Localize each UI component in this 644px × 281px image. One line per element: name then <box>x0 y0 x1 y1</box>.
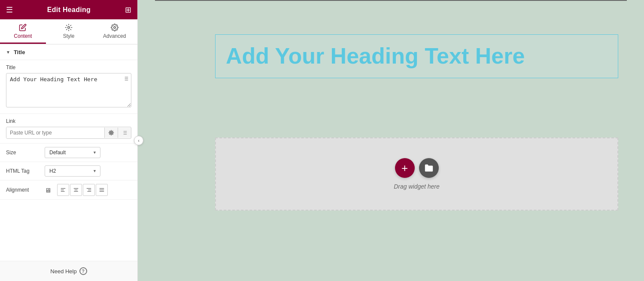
link-settings-icon[interactable] <box>104 128 118 138</box>
panel-tabs: Content Style Advanced <box>0 19 137 45</box>
align-justify-button[interactable] <box>96 184 108 196</box>
panel-footer: Need Help ? <box>0 261 137 281</box>
folder-icon <box>424 163 434 173</box>
alignment-buttons <box>57 184 108 196</box>
tab-content[interactable]: Content <box>0 19 46 44</box>
tab-advanced-label: Advanced <box>103 33 126 39</box>
canvas: Add Your Heading Text Here + Drag widget… <box>138 0 644 281</box>
folder-widget-button[interactable] <box>419 158 439 178</box>
menu-icon[interactable]: ☰ <box>6 5 13 15</box>
collapse-handle[interactable]: ‹ <box>134 136 143 145</box>
title-textarea[interactable]: Add Your Heading Text Here <box>6 73 131 107</box>
section-title: Title <box>14 49 25 55</box>
panel-header: ☰ Edit Heading ⊞ <box>0 0 137 19</box>
link-input[interactable] <box>6 127 104 138</box>
link-dynamic-icon[interactable] <box>118 128 131 138</box>
style-icon <box>65 24 73 31</box>
drag-buttons: + <box>395 158 439 178</box>
svg-point-1 <box>113 27 115 29</box>
align-right-button[interactable] <box>83 184 95 196</box>
heading-text: Add Your Heading Text Here <box>226 43 608 69</box>
help-icon[interactable]: ? <box>79 267 87 275</box>
align-justify-icon <box>99 187 105 193</box>
link-field-row: Link <box>0 114 137 144</box>
tab-advanced[interactable]: Advanced <box>91 19 137 44</box>
link-input-wrapper <box>6 127 131 139</box>
canvas-top-line <box>155 0 627 1</box>
align-left-icon <box>60 187 66 193</box>
html-tag-label: HTML Tag <box>6 168 40 174</box>
drag-widget-area[interactable]: + Drag widget here <box>215 137 618 211</box>
size-field-row: Size Default Small Medium Large XL XXL <box>0 144 137 162</box>
link-label: Link <box>6 118 131 124</box>
panel-title: Edit Heading <box>47 6 91 14</box>
tab-content-label: Content <box>14 33 32 39</box>
html-tag-select[interactable]: H1 H2 H3 H4 H5 H6 div span p <box>45 165 100 177</box>
grid-icon[interactable]: ⊞ <box>125 5 131 15</box>
title-label: Title <box>6 64 131 70</box>
title-field-row: Title Add Your Heading Text Here <box>0 60 137 114</box>
need-help-label: Need Help <box>50 268 76 275</box>
size-label: Size <box>6 150 40 156</box>
size-select[interactable]: Default Small Medium Large XL XXL <box>45 147 100 158</box>
pencil-icon <box>19 24 27 31</box>
monitor-icon: 🖥 <box>45 186 51 194</box>
html-tag-select-wrapper: H1 H2 H3 H4 H5 H6 div span p <box>45 165 100 177</box>
add-widget-button[interactable]: + <box>395 158 415 178</box>
panel-content: ▼ Title Title Add Your Heading Text Here… <box>0 45 137 261</box>
svg-point-0 <box>68 27 70 29</box>
section-title-bar: ▼ Title <box>0 45 137 60</box>
heading-widget[interactable]: Add Your Heading Text Here <box>215 34 618 78</box>
alignment-label: Alignment <box>6 187 40 193</box>
align-center-button[interactable] <box>70 184 82 196</box>
tab-style[interactable]: Style <box>46 19 92 44</box>
alignment-field-row: Alignment 🖥 <box>0 180 137 200</box>
tab-style-label: Style <box>63 33 75 39</box>
align-left-button[interactable] <box>57 184 69 196</box>
title-dynamic-icon[interactable] <box>123 76 129 83</box>
drag-label: Drag widget here <box>394 183 440 190</box>
advanced-icon <box>111 24 118 31</box>
size-select-wrapper: Default Small Medium Large XL XXL <box>45 147 100 158</box>
left-panel: ☰ Edit Heading ⊞ Content Style Advanced <box>0 0 138 281</box>
section-chevron[interactable]: ▼ <box>6 50 10 55</box>
align-right-icon <box>86 187 92 193</box>
align-center-icon <box>73 187 79 193</box>
html-tag-field-row: HTML Tag H1 H2 H3 H4 H5 H6 div span p <box>0 162 137 180</box>
